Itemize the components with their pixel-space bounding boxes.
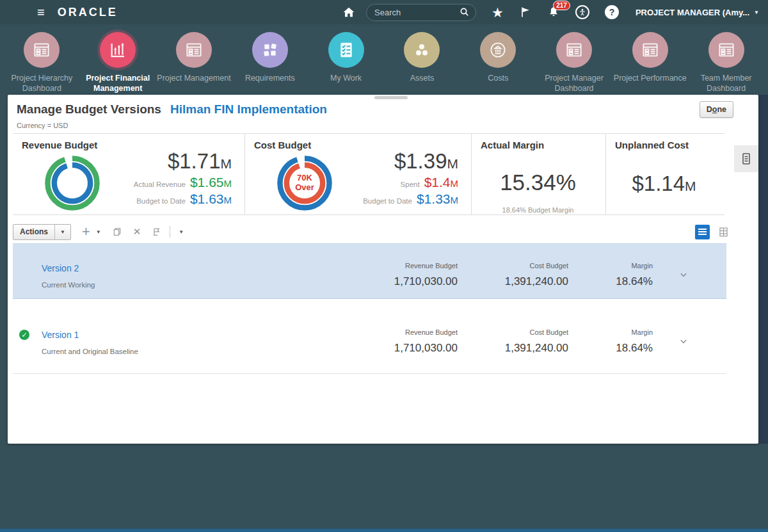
kpi-cost-budget: Cost Budget 70KOver $1.39M Spent$1 <box>245 134 472 214</box>
tile-project-manager-dashboard[interactable]: Project Manager Dashboard <box>536 32 612 93</box>
favorites-star-icon[interactable]: ★ <box>492 6 504 19</box>
dashboard-icon <box>24 32 60 68</box>
notification-count-badge: 217 <box>553 1 570 10</box>
bank-icon <box>480 32 516 68</box>
version-status: Current and Original Baseline <box>42 348 138 355</box>
puzzle-icon <box>252 32 288 68</box>
duplicate-icon[interactable] <box>112 227 122 237</box>
checklist-icon <box>328 32 364 68</box>
side-panel-document-icon[interactable] <box>734 145 758 172</box>
top-navbar: ≡ ORACLE ★ 217 ? PROJECT MANAGER ( <box>0 0 768 24</box>
kpi-unplanned-cost: Unplanned Cost $1.14M <box>606 134 723 214</box>
margin-cell: Margin 18.64% <box>525 262 653 288</box>
revenue-budget-total: $1.71M <box>168 149 232 173</box>
actions-menu-button[interactable]: Actions ▼ <box>13 224 71 240</box>
budget-margin-note: 18.64% Budget Margin <box>481 206 595 214</box>
dashboard-icon <box>556 32 592 68</box>
actual-revenue-label: Actual Revenue <box>134 181 186 188</box>
currency-label: Currency = USD <box>17 122 68 129</box>
budget-to-date-label: Budget to Date <box>136 197 186 205</box>
kpi-revenue-budget: Revenue Budget $1.71M Actual Revenue$1.6… <box>13 134 245 214</box>
spent-label: Spent <box>401 181 420 188</box>
revenue-budget-cell: Revenue Budget 1,710,030.00 <box>330 328 458 355</box>
dashboard-icon <box>632 32 668 68</box>
oracle-logo: ORACLE <box>58 6 118 19</box>
actual-margin-value: 15.34% <box>481 170 595 195</box>
version-link[interactable]: Version 1 <box>42 330 79 340</box>
search-input[interactable] <box>374 8 459 17</box>
tile-project-management[interactable]: Project Management <box>156 32 232 93</box>
margin-cell: Margin 18.64% <box>525 328 653 355</box>
right-edge-strip <box>758 95 768 444</box>
bottom-edge-strip <box>0 529 768 532</box>
add-version-icon[interactable]: + <box>82 226 90 238</box>
bar-chart-icon <box>100 32 136 68</box>
cost-donut-chart: 70KOver <box>275 153 335 213</box>
user-menu-label: PROJECT MANAGER (Amy... <box>636 8 749 17</box>
grid-view-toggle[interactable] <box>717 225 730 239</box>
revenue-budget-cell: Revenue Budget 1,710,030.00 <box>330 262 458 288</box>
cost-budget-total: $1.39M <box>394 149 458 173</box>
project-name-link[interactable]: Hilman FIN Implementation <box>170 102 327 117</box>
page-header: Manage Budget Versions Hilman FIN Implem… <box>17 102 327 117</box>
panel-drag-handle[interactable] <box>374 96 408 99</box>
kpi-actual-margin: Actual Margin 15.34% 18.64% Budget Margi… <box>472 134 606 214</box>
tile-my-work[interactable]: My Work <box>308 32 384 93</box>
tile-project-financial-management[interactable]: Project Financial Management <box>80 32 156 93</box>
version-row-2[interactable]: Version 2 Current Working Revenue Budget… <box>13 243 726 299</box>
watchlist-flag-icon[interactable] <box>519 6 532 19</box>
spent-value: $1.4M <box>424 174 458 190</box>
version-row-1[interactable]: ✓ Version 1 Current and Original Baselin… <box>13 310 726 366</box>
user-menu[interactable]: PROJECT MANAGER (Amy... ▼ <box>636 8 759 17</box>
set-baseline-icon[interactable] <box>152 227 162 237</box>
table-bottom-divider <box>13 373 726 374</box>
tile-assets[interactable]: Assets <box>384 32 460 93</box>
delete-icon[interactable]: ✕ <box>133 226 141 238</box>
manage-budget-versions-panel: Manage Budget Versions Hilman FIN Implem… <box>8 95 758 444</box>
search-icon[interactable] <box>459 6 470 18</box>
hamburger-menu-icon[interactable]: ≡ <box>37 6 45 19</box>
home-icon[interactable] <box>342 5 356 19</box>
tile-requirements[interactable]: Requirements <box>232 32 308 93</box>
help-icon[interactable]: ? <box>605 5 619 19</box>
budget-to-date-value: $1.63M <box>190 191 232 207</box>
toolbar-divider <box>170 226 170 238</box>
version-link[interactable]: Version 2 <box>42 263 79 273</box>
search-box <box>366 4 476 21</box>
baseline-options-caret-icon[interactable]: ▼ <box>179 229 184 235</box>
notifications-bell-icon[interactable]: 217 <box>547 6 560 19</box>
actual-revenue-value: $1.65M <box>190 174 232 190</box>
tile-project-performance[interactable]: Project Performance <box>612 32 688 93</box>
springboard: Project Hierarchy Dashboard Project Fina… <box>0 24 768 93</box>
assets-circles-icon <box>404 32 440 68</box>
dashboard-icon <box>708 32 744 68</box>
accessibility-icon[interactable] <box>575 5 589 19</box>
list-view-toggle[interactable] <box>695 225 710 239</box>
budget-to-date-label: Budget to Date <box>363 197 412 205</box>
version-status: Current Working <box>42 281 95 289</box>
tile-project-hierarchy-dashboard[interactable]: Project Hierarchy Dashboard <box>4 32 80 93</box>
kpi-title: Actual Margin <box>481 140 595 150</box>
project-board-icon <box>176 32 212 68</box>
expand-row-chevron-icon[interactable] <box>677 268 690 284</box>
budget-to-date-value: $1.33M <box>417 191 458 207</box>
kpi-title: Unplanned Cost <box>615 140 713 150</box>
kpi-card-row: Revenue Budget $1.71M Actual Revenue$1.6… <box>13 133 724 215</box>
page-title: Manage Budget Versions <box>17 102 161 117</box>
chevron-down-icon: ▼ <box>754 10 759 15</box>
tile-costs[interactable]: Costs <box>460 32 536 93</box>
baseline-check-icon: ✓ <box>19 330 29 340</box>
done-button[interactable]: Done <box>700 101 733 118</box>
unplanned-cost-value: $1.14M <box>615 172 713 196</box>
expand-row-chevron-icon[interactable] <box>677 335 690 350</box>
tile-team-member-dashboard[interactable]: Team Member Dashboard <box>688 32 764 93</box>
chevron-down-icon: ▼ <box>54 224 70 240</box>
add-options-caret-icon[interactable]: ▼ <box>96 229 101 235</box>
cost-overrun-label: 70KOver <box>275 153 335 213</box>
versions-toolbar: Actions ▼ + ▼ ✕ ▼ <box>13 222 730 242</box>
revenue-donut-chart <box>42 153 102 213</box>
